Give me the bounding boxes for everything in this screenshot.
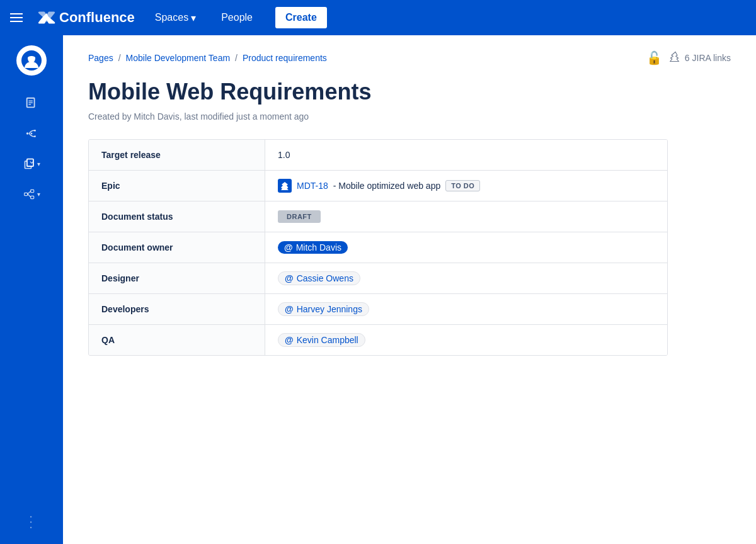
chevron-down-icon: ▾ (191, 12, 196, 24)
chevron-down-icon: ▾ (37, 191, 40, 198)
lock-icon[interactable]: 🔓 (646, 50, 662, 65)
copy-icon[interactable]: ▾ (19, 151, 44, 176)
at-sign: @ (284, 242, 293, 252)
at-sign: @ (285, 273, 294, 283)
svg-point-7 (34, 135, 36, 137)
table-row: Document owner @ Mitch Davis (89, 232, 667, 263)
pages-icon[interactable] (19, 91, 44, 116)
svg-rect-13 (30, 190, 33, 192)
svg-point-8 (31, 133, 33, 135)
value-target-release[interactable]: 1.0 (265, 140, 667, 170)
table-row: Developers @ Harvey Jennings (89, 294, 667, 325)
value-document-owner[interactable]: @ Mitch Davis (265, 232, 667, 263)
jira-ticket-id[interactable]: MDT-18 (297, 181, 328, 191)
label-document-owner: Document owner (89, 232, 265, 263)
people-button[interactable]: People (216, 8, 258, 27)
label-target-release: Target release (89, 140, 265, 170)
svg-rect-14 (30, 196, 33, 198)
tree-icon[interactable]: ▾ (19, 181, 44, 207)
mention-name: Kevin Campbell (297, 335, 358, 345)
mention-name: Cassie Owens (297, 273, 353, 283)
breadcrumb-actions: 🔓 6 JIRA links (646, 50, 731, 65)
table-row: QA @ Kevin Campbell (89, 325, 667, 355)
jira-ticket-icon (278, 179, 292, 193)
mention-mitch-davis[interactable]: @ Mitch Davis (278, 241, 348, 254)
breadcrumb-separator-2: / (235, 53, 238, 63)
jira-links-button[interactable]: 6 JIRA links (670, 51, 731, 65)
jira-ticket-description: - Mobile optimized web app (333, 181, 440, 191)
breadcrumb-separator-1: / (118, 53, 121, 63)
blog-icon[interactable] (19, 121, 44, 146)
page-title: Mobile Web Requirements (88, 78, 731, 105)
svg-rect-12 (24, 193, 27, 195)
at-sign: @ (285, 335, 294, 345)
value-designer[interactable]: @ Cassie Owens (265, 263, 667, 293)
user-avatar[interactable] (16, 45, 47, 76)
value-document-status[interactable]: DRAFT (265, 201, 667, 232)
breadcrumb-product-req[interactable]: Product requirements (243, 53, 327, 63)
breadcrumb-team[interactable]: Mobile Development Team (126, 53, 231, 63)
jira-links-count: 6 JIRA links (685, 53, 731, 63)
sidebar: ▾ ▾ ··· (0, 35, 63, 544)
info-table: Target release 1.0 Epic MDT-18 - Mobile … (88, 139, 668, 356)
svg-point-6 (34, 130, 36, 132)
confluence-logo[interactable]: Confluence (38, 9, 135, 26)
label-qa: QA (89, 325, 265, 355)
svg-line-15 (27, 191, 30, 194)
page-meta: Created by Mitch Davis, last modified ju… (88, 111, 731, 122)
label-developers: Developers (89, 294, 265, 324)
mention-harvey-jennings[interactable]: @ Harvey Jennings (278, 302, 369, 316)
create-button[interactable]: Create (275, 7, 327, 28)
breadcrumb-pages[interactable]: Pages (88, 53, 113, 63)
more-options[interactable]: ··· (25, 515, 39, 531)
breadcrumb: Pages / Mobile Development Team / Produc… (88, 50, 731, 65)
epic-link[interactable]: MDT-18 - Mobile optimized web app TO DO (278, 179, 480, 193)
svg-point-5 (26, 132, 29, 135)
table-row: Document status DRAFT (89, 201, 667, 232)
top-navigation: Confluence Spaces ▾ People Create (0, 0, 756, 35)
at-sign: @ (285, 304, 294, 314)
value-developers[interactable]: @ Harvey Jennings (265, 294, 667, 324)
todo-badge: TO DO (445, 180, 480, 191)
mention-cassie-owens[interactable]: @ Cassie Owens (278, 271, 360, 285)
mention-name: Mitch Davis (296, 242, 341, 252)
table-row: Epic MDT-18 - Mobile optimized web app T… (89, 171, 667, 201)
spaces-button[interactable]: Spaces ▾ (150, 8, 201, 28)
label-designer: Designer (89, 263, 265, 293)
mention-name: Harvey Jennings (297, 304, 362, 314)
label-epic: Epic (89, 171, 265, 201)
value-epic: MDT-18 - Mobile optimized web app TO DO (265, 171, 667, 201)
table-row: Target release 1.0 (89, 140, 667, 171)
hamburger-menu[interactable] (10, 13, 23, 22)
draft-badge: DRAFT (278, 210, 321, 223)
svg-line-16 (27, 194, 30, 197)
label-document-status: Document status (89, 201, 265, 232)
mention-kevin-campbell[interactable]: @ Kevin Campbell (278, 333, 365, 347)
page-layout: ▾ ▾ ··· Pages / Mobile Development Team … (0, 35, 756, 544)
table-row: Designer @ Cassie Owens (89, 263, 667, 294)
jira-icon (670, 51, 681, 65)
chevron-right-icon: ▾ (37, 161, 40, 167)
value-qa[interactable]: @ Kevin Campbell (265, 325, 667, 355)
main-content: Pages / Mobile Development Team / Produc… (63, 35, 756, 544)
